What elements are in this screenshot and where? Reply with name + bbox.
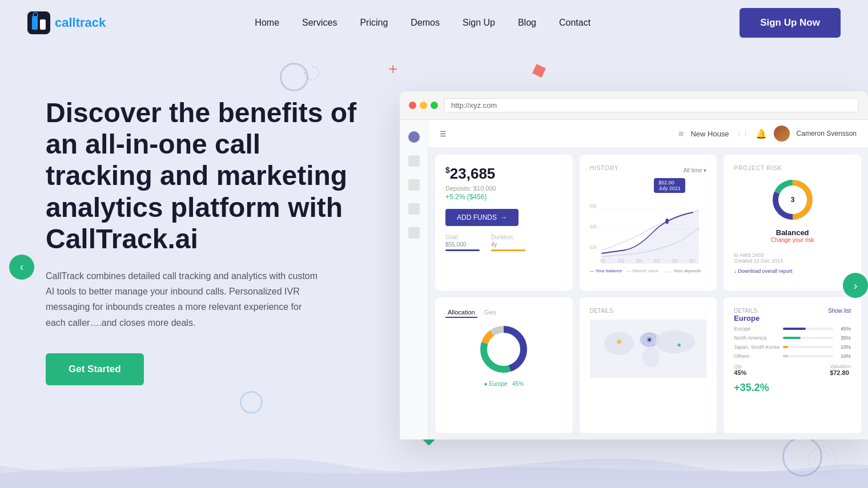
dot-red (409, 102, 416, 109)
download-report-link[interactable]: ↓ Download overall report (734, 268, 851, 274)
sidebar-icon-5 (408, 227, 420, 239)
browser-bar: http://xyz.com (400, 91, 868, 120)
europe-stats-card: DETAILS Show list Europe Europe 45 (724, 297, 861, 433)
svg-text:$10k: $10k (590, 244, 597, 250)
dot-yellow (420, 102, 427, 109)
dash-sidebar (400, 120, 428, 439)
alloc-legend: ● Europe 45% (445, 381, 562, 387)
balance-card: $23,685 Deposits: $10,000 +5.2% ($456) A… (435, 155, 573, 291)
stats-meta: Qty 45% Valuation $72.80 (734, 364, 851, 376)
wave-bottom (0, 442, 868, 488)
dash-topbar: ☰ ⊞ New House ⋮⋮ 🔔 Cameron Svensson (428, 120, 868, 148)
balance-amount: $23,685 (445, 165, 562, 183)
browser-dots (409, 102, 438, 109)
balance-deposit: Deposits: $10,000 (445, 185, 562, 192)
dashboard: ☰ ⊞ New House ⋮⋮ 🔔 Cameron Svensson (400, 120, 868, 439)
sidebar-icon-3 (408, 179, 420, 191)
hero-title: Discover the benefits of an all-in-one c… (46, 97, 365, 255)
deco-circle-2 (240, 391, 263, 414)
svg-point-33 (642, 346, 660, 367)
world-map (590, 317, 707, 380)
nav-links: Home Services Pricing Demos Sign Up Blog… (255, 18, 590, 28)
hero-section: + Discover the benefits of an all-in-one… (0, 46, 868, 488)
svg-text:$30k: $30k (590, 203, 597, 209)
history-chart: $30k $20k $10k (590, 195, 707, 264)
region-name: Europe (734, 314, 851, 322)
stat-row-namerica: North America 35% (734, 335, 851, 341)
details-title: DETAILS (734, 308, 757, 314)
svg-text:2016: 2016 (672, 258, 678, 263)
allocation-donut-chart (478, 324, 529, 375)
risk-label: Balanced (734, 228, 851, 237)
history-tooltip: $52.00 July 2021 (654, 178, 685, 193)
hero-description: CallTrack combines detailed call trackin… (46, 268, 320, 330)
svg-text:$20k: $20k (590, 223, 597, 229)
dash-topbar-left: ☰ (440, 130, 447, 138)
hamburger-icon: ☰ (440, 130, 447, 138)
stat-rows: Europe 45% North America (734, 326, 851, 359)
alloc-tabs: Allocation Geo (445, 308, 562, 318)
alloc-tab-allocation[interactable]: Allocation (445, 308, 477, 318)
stat-row-europe: Europe 45% (734, 326, 851, 332)
signup-now-button[interactable]: Sign Up Now (740, 8, 841, 38)
nav-demos[interactable]: Demos (411, 18, 440, 27)
history-legend: — Your balance — Market value …… Your de… (590, 268, 707, 273)
svg-point-37 (648, 338, 651, 341)
risk-donut-chart: 3 (770, 177, 815, 223)
svg-text:2013: 2013 (618, 258, 624, 263)
user-avatar (774, 126, 790, 142)
project-risk-meta: to AWS 2455 Created 22 Dec 2013 ↓ Downlo… (734, 252, 851, 274)
map-card: DETAILS (580, 297, 717, 433)
logo[interactable]: calltrack (27, 11, 106, 34)
logo-icon (27, 11, 50, 34)
history-time-filter[interactable]: All time ▾ (684, 167, 707, 174)
history-card: HISTORY All time ▾ $52.00 July 2021 (580, 155, 717, 291)
svg-rect-2 (40, 19, 46, 30)
user-name: Cameron Svensson (797, 130, 857, 138)
slider-prev-button[interactable]: ‹ (9, 255, 34, 280)
stat-row-japan: Japan, South Korea 10% (734, 344, 851, 350)
rate-value: +35.2% (734, 382, 851, 394)
dash-topbar-right: ⊞ New House ⋮⋮ 🔔 Cameron Svensson (678, 126, 857, 142)
allocation-card: Allocation Geo (435, 297, 573, 433)
svg-point-34 (654, 330, 695, 353)
sidebar-icon-1 (408, 131, 420, 143)
hero-left: Discover the benefits of an all-in-one c… (46, 63, 365, 385)
svg-text:3: 3 (790, 196, 794, 204)
show-list-link[interactable]: Show list (828, 308, 851, 314)
nav-signup[interactable]: Sign Up (463, 18, 495, 27)
project-risk-title: PROJECT RISK (734, 165, 851, 171)
browser-url: http://xyz.com (444, 98, 859, 112)
history-title: HISTORY (590, 165, 619, 171)
svg-text:2017: 2017 (689, 258, 696, 263)
alloc-tab-geo[interactable]: Geo (482, 308, 499, 318)
svg-text:2015: 2015 (653, 258, 660, 263)
add-funds-button[interactable]: ADD FUNDS → (445, 209, 519, 226)
balance-meta: Goal: $55,000 Duration: 4y (445, 234, 562, 251)
nav-pricing[interactable]: Pricing (360, 18, 388, 27)
stat-row-others: Others 10% (734, 353, 851, 359)
risk-sub: Change your risk (734, 237, 851, 243)
project-risk-card: PROJECT RISK 3 Balanced Change your risk… (724, 155, 861, 291)
svg-rect-0 (27, 11, 50, 34)
svg-point-13 (665, 219, 668, 224)
nav-services[interactable]: Services (302, 18, 337, 27)
map-title: DETAILS (590, 308, 707, 314)
nav-contact[interactable]: Contact (559, 18, 590, 27)
project-name: New House (690, 130, 729, 138)
get-started-button[interactable]: Get Started (46, 353, 144, 385)
duration-meta: Duration: 4y (491, 234, 525, 251)
sidebar-icon-2 (408, 155, 420, 167)
dash-main: ☰ ⊞ New House ⋮⋮ 🔔 Cameron Svensson (428, 120, 868, 439)
nav-blog[interactable]: Blog (518, 18, 536, 27)
goal-meta: Goal: $55,000 (445, 234, 480, 251)
sidebar-icon-4 (408, 203, 420, 215)
deco-plus: + (388, 60, 397, 78)
svg-text:2012: 2012 (600, 258, 606, 263)
slider-next-button[interactable]: › (843, 273, 868, 298)
svg-point-39 (618, 341, 620, 343)
navbar: calltrack Home Services Pricing Demos Si… (0, 0, 868, 46)
nav-home[interactable]: Home (255, 18, 279, 27)
map-svg (590, 317, 707, 380)
dot-green (431, 102, 438, 109)
